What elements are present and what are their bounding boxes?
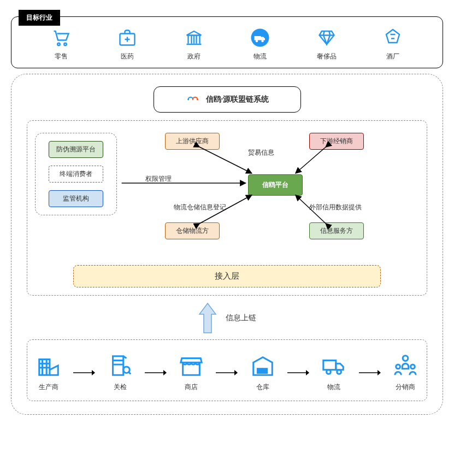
chain-customs: 关检 <box>108 353 133 392</box>
access-layer: 接入层 <box>73 265 380 287</box>
chain-warehouse: 仓库 <box>250 353 275 392</box>
truck-circle-icon <box>250 28 270 48</box>
chip-regulator: 监管机构 <box>49 190 103 207</box>
node-service: 信息服务方 <box>309 222 364 239</box>
industry-luxury: 奢侈品 <box>317 28 337 61</box>
system-title-card: 信鸥·源联盟链系统 <box>154 86 301 113</box>
svg-point-23 <box>337 370 341 374</box>
arrow-icon <box>359 369 381 377</box>
diagram-area: 防伪溯源平台 终端消费者 监管机构 上游供应商 下游经销商 信鸥平台 仓储物流方… <box>35 131 419 256</box>
supply-chain: 生产商 关检 商店 仓库 物流 <box>27 339 427 401</box>
arrow-up-icon <box>198 302 217 334</box>
industry-government: 政府 <box>184 28 204 61</box>
chain-distributor: 分销商 <box>393 353 418 392</box>
industry-winery: 酒厂 <box>383 28 403 61</box>
svg-point-7 <box>197 99 198 101</box>
target-industries: 目标行业 零售 医药 政府 物流 奢侈品 <box>11 16 443 68</box>
svg-point-25 <box>403 356 408 361</box>
svg-point-1 <box>64 43 67 46</box>
node-storage: 仓储物流方 <box>165 222 220 239</box>
warehouse-icon <box>250 353 275 378</box>
svg-point-26 <box>396 365 400 369</box>
edge-label-external: 外部信用数据提供 <box>308 203 363 212</box>
arrow-icon <box>216 369 238 377</box>
svg-line-9 <box>199 147 251 173</box>
edge-label-trade: 贸易信息 <box>247 148 275 157</box>
industry-retail: 零售 <box>51 28 71 61</box>
node-center: 信鸥平台 <box>248 174 303 196</box>
industry-pharma: 医药 <box>117 28 137 61</box>
upload-arrow: 信息上链 <box>27 302 427 334</box>
government-icon <box>184 28 204 48</box>
chain-logistics: 物流 <box>321 353 346 392</box>
medkit-icon <box>117 28 137 48</box>
cart-icon <box>51 28 71 48</box>
chain-store: 商店 <box>179 353 204 392</box>
customs-icon <box>108 353 133 378</box>
chip-consumer: 终端消费者 <box>49 166 103 183</box>
svg-point-27 <box>411 365 415 369</box>
svg-rect-21 <box>323 360 336 369</box>
logo-icon <box>185 93 201 105</box>
wine-icon <box>383 28 403 48</box>
diamond-icon <box>317 28 337 48</box>
left-panel: 防伪溯源平台 终端消费者 监管机构 <box>35 133 117 215</box>
arrow-icon <box>73 369 95 377</box>
people-icon <box>393 353 418 378</box>
svg-point-0 <box>57 43 60 46</box>
edge-label-permission: 权限管理 <box>144 174 173 184</box>
chain-producer: 生产商 <box>36 353 61 392</box>
svg-point-4 <box>256 40 258 43</box>
main-system: 信鸥·源联盟链系统 防伪溯源平台 终端消费者 监管机构 上游供应商 下游经销商 … <box>11 74 443 415</box>
node-upstream: 上游供应商 <box>165 133 220 150</box>
tag-label: 目标行业 <box>19 10 60 26</box>
svg-line-10 <box>296 147 326 173</box>
chip-anti-fake: 防伪溯源平台 <box>49 141 103 158</box>
node-downstream: 下游经销商 <box>309 133 364 150</box>
svg-point-5 <box>262 40 264 43</box>
factory-icon <box>36 353 61 378</box>
svg-rect-19 <box>263 369 267 373</box>
svg-point-6 <box>187 99 189 101</box>
svg-rect-18 <box>257 369 262 373</box>
store-icon <box>179 353 204 378</box>
industry-box: 零售 医药 政府 物流 奢侈品 酒厂 <box>11 16 443 68</box>
diagram-root: 目标行业 零售 医药 政府 物流 奢侈品 <box>11 16 443 415</box>
industry-logistics: 物流 <box>250 28 270 61</box>
core-diagram-box: 防伪溯源平台 终端消费者 监管机构 上游供应商 下游经销商 信鸥平台 仓储物流方… <box>27 120 427 296</box>
edge-label-logistics: 物流仓储信息登记 <box>173 203 227 212</box>
truck-icon <box>321 353 346 378</box>
arrow-icon <box>145 369 167 377</box>
arrow-icon <box>287 369 309 377</box>
svg-point-22 <box>327 370 331 374</box>
